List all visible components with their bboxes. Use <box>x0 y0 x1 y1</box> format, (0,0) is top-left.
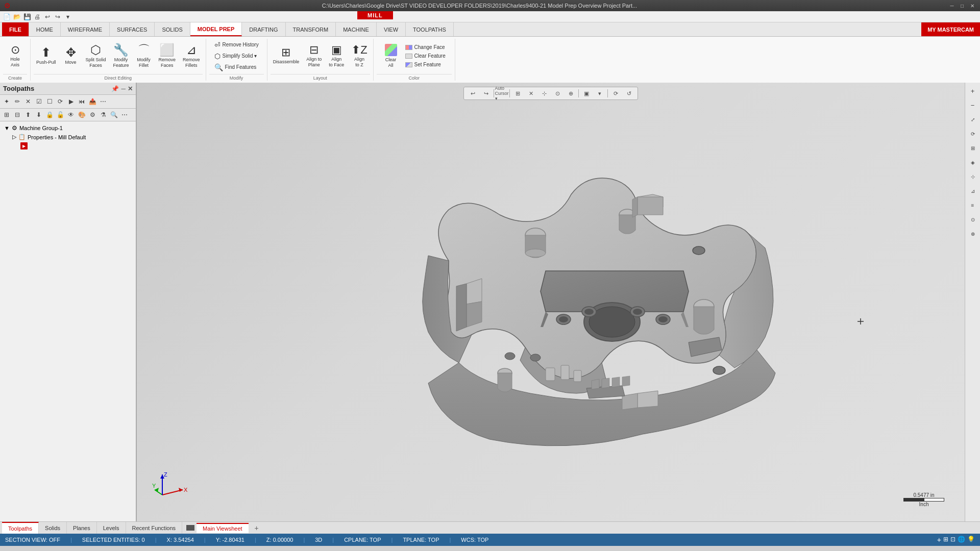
vp-filter2[interactable]: ⊹ <box>538 88 550 98</box>
rp-view7[interactable]: ⊕ <box>967 228 979 240</box>
hole-axis-button[interactable]: ⊙ HoleAxis <box>5 43 26 69</box>
find-features-button[interactable]: 🔍 Find Features <box>212 62 259 72</box>
tab-view[interactable]: VIEW <box>377 22 406 36</box>
remove-history-button[interactable]: ⏎ Remove History <box>212 40 261 50</box>
close-button[interactable]: ✕ <box>969 2 976 9</box>
tree-item-properties[interactable]: ▷ 📋 Properties - Mill Default <box>10 133 134 141</box>
maximize-button[interactable]: □ <box>959 2 966 9</box>
push-pull-button[interactable]: ⬆ Push-Pull <box>34 45 59 67</box>
tp-group[interactable]: ⊞ <box>2 110 12 120</box>
tp-post[interactable]: 📤 <box>87 96 97 107</box>
modify-feature-button[interactable]: 🔧 ModifyFeature <box>111 42 132 70</box>
align-to-plane-button[interactable]: ⊟ Align toPlane <box>304 43 324 69</box>
vp-filter3[interactable]: ⊙ <box>552 88 563 98</box>
tab-drafting[interactable]: DRAFTING <box>242 22 285 36</box>
tp-color[interactable]: 🎨 <box>77 110 87 120</box>
minimize-button[interactable]: ─ <box>948 2 955 9</box>
tp-properties[interactable]: ⚙ <box>87 110 97 120</box>
vp-snap[interactable]: ⊞ <box>512 88 523 98</box>
modify-fillet-button[interactable]: ⌒ ModifyFillet <box>134 42 154 70</box>
tab-machine[interactable]: MACHINE <box>336 22 377 36</box>
remove-fillets-button[interactable]: ⊿ RemoveFillets <box>180 42 203 70</box>
quickbar-more[interactable]: ▾ <box>63 12 72 21</box>
vp-filter4[interactable]: ⊕ <box>565 88 576 98</box>
rp-view2[interactable]: ◈ <box>967 156 979 168</box>
panel-pin-button[interactable]: 📌 <box>111 85 119 92</box>
tp-new-operation[interactable]: ✦ <box>2 96 12 107</box>
align-to-face-button[interactable]: ▣ Alignto Face <box>326 43 347 69</box>
tab-transform[interactable]: TRANSFORM <box>286 22 336 36</box>
align-to-z-button[interactable]: ⬆Z Alignto Z <box>349 43 370 69</box>
vp-view-more[interactable]: ▾ <box>594 88 605 98</box>
vp-redo[interactable]: ↪ <box>480 88 492 98</box>
tree-item-play[interactable]: ▶ <box>18 141 134 151</box>
status-btn-4[interactable]: 🌐 <box>958 536 965 544</box>
play-button[interactable]: ▶ <box>20 142 28 149</box>
tp-backplot[interactable]: ⏮ <box>77 96 87 107</box>
status-btn-3[interactable]: ⊡ <box>950 536 955 544</box>
tp-regen[interactable]: ⟳ <box>55 96 65 107</box>
status-btn-2[interactable]: ⊞ <box>943 536 948 544</box>
tp-move-up[interactable]: ⬆ <box>23 110 33 120</box>
tp-select-none[interactable]: ☐ <box>44 96 55 107</box>
vp-filter1[interactable]: ✕ <box>525 88 536 98</box>
tp-edit[interactable]: ✏ <box>12 96 22 107</box>
vp-select-mode[interactable]: Auto Cursor ▾ <box>496 88 507 98</box>
add-viewsheet-button[interactable]: + <box>251 522 263 534</box>
rp-view6[interactable]: ⊙ <box>967 213 979 226</box>
new-button[interactable]: 📄 <box>2 12 11 21</box>
btab-main-viewsheet[interactable]: Main Viewsheet <box>197 523 248 533</box>
rp-view5[interactable]: ≡ <box>967 199 979 211</box>
tab-wireframe[interactable]: WIREFRAME <box>61 22 110 36</box>
set-feature-button[interactable]: Set Feature <box>403 61 448 68</box>
tp-filter[interactable]: ⚗ <box>98 110 108 120</box>
move-button[interactable]: ✥ Move <box>61 45 81 67</box>
tp-select-all[interactable]: ☑ <box>34 96 44 107</box>
rp-view4[interactable]: ⊿ <box>967 185 979 197</box>
btab-planes[interactable]: Planes <box>67 522 97 534</box>
mill-tab[interactable]: MILL <box>357 11 393 19</box>
tp-visibility[interactable]: 👁 <box>66 110 76 120</box>
vp-rotate[interactable]: ⟳ <box>610 88 621 98</box>
remove-faces-button[interactable]: ⬜ RemoveFaces <box>156 42 179 70</box>
rp-zoom-out[interactable]: − <box>967 99 979 111</box>
change-face-button[interactable]: Change Face <box>403 43 448 51</box>
btab-recent-functions[interactable]: Recent Functions <box>126 522 183 534</box>
simplify-solid-button[interactable]: ⬡ Simplify Solid ▾ <box>212 51 259 61</box>
my-mastercam-button[interactable]: MY MASTERCAM <box>921 22 980 36</box>
viewport[interactable]: ↩ ↪ Auto Cursor ▾ ⊞ ✕ ⊹ ⊙ ⊕ ▣ ▾ ⟳ ↺ <box>137 83 965 521</box>
tab-solids[interactable]: SOLIDS <box>155 22 190 36</box>
panel-minimize-button[interactable]: ─ <box>121 85 126 92</box>
tab-home[interactable]: HOME <box>29 22 61 36</box>
tab-surfaces[interactable]: SURFACES <box>110 22 155 36</box>
rp-rotate[interactable]: ⟳ <box>967 128 979 140</box>
undo-button[interactable]: ↩ <box>43 12 52 21</box>
rp-zoom-in[interactable]: + <box>967 85 979 97</box>
btab-solids[interactable]: Solids <box>39 522 67 534</box>
status-btn-5[interactable]: 💡 <box>967 536 975 544</box>
disassemble-button[interactable]: ⊞ Disassemble <box>271 45 302 66</box>
tab-file[interactable]: FILE <box>2 22 29 36</box>
rp-view3[interactable]: ⊹ <box>967 170 979 183</box>
open-button[interactable]: 📂 <box>12 12 21 21</box>
split-solid-faces-button[interactable]: ⬡ Split SolidFaces <box>83 42 109 70</box>
clear-all-button[interactable]: ClearAll <box>381 42 401 70</box>
tp-delete[interactable]: ✕ <box>23 96 33 107</box>
tab-toolpaths[interactable]: TOOLPATHS <box>406 22 454 36</box>
redo-button[interactable]: ↪ <box>53 12 62 21</box>
panel-close-button[interactable]: ✕ <box>128 85 133 92</box>
btab-toolpaths[interactable]: Toolpaths <box>2 522 39 534</box>
tp-ungroup[interactable]: ⊟ <box>12 110 22 120</box>
clear-feature-button[interactable]: Clear Feature <box>403 52 448 60</box>
tp-lock[interactable]: 🔒 <box>44 110 55 120</box>
tp-more[interactable]: ⋯ <box>98 96 108 107</box>
vp-orbit[interactable]: ↺ <box>623 88 634 98</box>
tree-item-machine-group[interactable]: ▼ ⚙ Machine Group-1 <box>2 123 134 133</box>
tab-model-prep[interactable]: MODEL PREP <box>190 22 242 36</box>
tp-search[interactable]: 🔍 <box>109 110 119 120</box>
vp-undo[interactable]: ↩ <box>467 88 478 98</box>
vp-view1[interactable]: ▣ <box>581 88 592 98</box>
rp-fit[interactable]: ⤢ <box>967 113 979 126</box>
tp-unlock[interactable]: 🔓 <box>55 110 65 120</box>
rp-view1[interactable]: ⊞ <box>967 142 979 154</box>
